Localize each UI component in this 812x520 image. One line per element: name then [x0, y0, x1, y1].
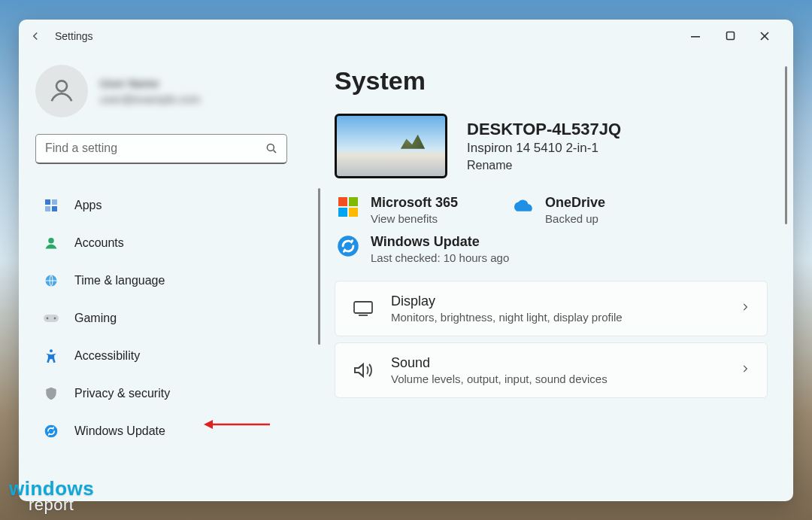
windows-update-status-icon: [336, 234, 360, 258]
display-icon: [352, 300, 374, 317]
chevron-right-icon: [740, 363, 750, 377]
svg-rect-0: [691, 36, 700, 38]
back-arrow-icon: [29, 29, 42, 43]
svg-rect-1: [726, 32, 734, 40]
main-content: System DESKTOP-4L537JQ Inspiron 14 5410 …: [312, 53, 793, 501]
sidebar-item-gaming[interactable]: Gaming: [35, 300, 300, 337]
sidebar-item-time-language[interactable]: Time & language: [35, 262, 300, 300]
maximize-icon: [726, 31, 735, 41]
svg-rect-4: [45, 199, 50, 205]
user-email: user@example.com: [100, 91, 201, 107]
minimize-icon: [690, 31, 701, 41]
svg-point-2: [56, 81, 67, 91]
sidebar-item-label: Accounts: [74, 236, 124, 250]
time-language-icon: [43, 272, 59, 289]
svg-rect-10: [44, 315, 59, 322]
card-sub: Volume levels, output, input, sound devi…: [391, 373, 723, 385]
user-info: User Name user@example.com: [100, 75, 201, 107]
svg-point-11: [47, 317, 49, 319]
svg-rect-19: [338, 208, 347, 217]
service-sub: Last checked: 10 hours ago: [371, 251, 509, 264]
sidebar-item-label: Apps: [74, 199, 102, 212]
card-title: Display: [391, 293, 723, 309]
service-title: Microsoft 365: [371, 195, 458, 211]
svg-rect-5: [52, 199, 57, 205]
windows-update-icon: [43, 423, 59, 439]
device-thumbnail: [335, 114, 447, 178]
svg-point-21: [338, 236, 359, 257]
back-button[interactable]: [25, 26, 46, 47]
service-onedrive[interactable]: OneDrive Backed up: [511, 195, 605, 225]
search-input[interactable]: [35, 134, 287, 164]
search-box: [35, 134, 287, 164]
card-sound[interactable]: Sound Volume levels, output, input, soun…: [335, 342, 768, 398]
accounts-icon: [43, 235, 59, 251]
rename-link[interactable]: Rename: [467, 159, 621, 172]
sidebar-nav: Apps Accounts Time & language: [35, 187, 300, 450]
apps-icon: [43, 197, 59, 214]
services: Microsoft 365 View benefits OneDrive Bac…: [336, 195, 768, 225]
minimize-button[interactable]: [686, 27, 704, 45]
gaming-icon: [43, 310, 59, 327]
avatar: [35, 65, 88, 117]
svg-rect-20: [349, 208, 358, 217]
svg-marker-16: [204, 420, 213, 429]
user-icon: [47, 76, 77, 106]
page-title: System: [335, 66, 768, 96]
sidebar-item-accessibility[interactable]: Accessibility: [35, 337, 300, 375]
search-icon: [265, 141, 278, 158]
watermark: windows report: [9, 480, 94, 512]
svg-point-8: [48, 237, 54, 243]
close-icon: [759, 31, 770, 41]
svg-rect-6: [45, 206, 50, 211]
svg-rect-18: [349, 197, 358, 206]
microsoft-365-icon: [336, 195, 360, 219]
chevron-right-icon: [740, 302, 750, 315]
window-title: Settings: [55, 30, 93, 42]
accessibility-icon: [43, 348, 59, 364]
card-sub: Monitors, brightness, night light, displ…: [391, 311, 723, 324]
onedrive-icon: [511, 195, 535, 219]
sidebar-item-label: Gaming: [74, 312, 117, 325]
close-button[interactable]: [756, 27, 774, 45]
sidebar-item-label: Time & language: [74, 274, 165, 287]
maximize-button[interactable]: [721, 27, 739, 45]
sidebar-item-apps[interactable]: Apps: [35, 187, 300, 224]
window-controls: [686, 27, 787, 45]
sidebar-item-privacy-security[interactable]: Privacy & security: [35, 375, 300, 412]
device-model: Inspiron 14 5410 2-in-1: [467, 141, 621, 156]
svg-point-3: [267, 144, 274, 151]
sound-icon: [352, 361, 374, 379]
service-title: OneDrive: [545, 195, 605, 211]
user-block[interactable]: User Name user@example.com: [35, 60, 300, 131]
shield-icon: [43, 385, 59, 402]
service-sub: View benefits: [371, 212, 458, 225]
watermark-line2: report: [29, 497, 94, 512]
sidebar: User Name user@example.com Apps: [19, 53, 312, 501]
service-windows-update[interactable]: Windows Update Last checked: 10 hours ag…: [336, 234, 768, 264]
svg-rect-7: [52, 206, 57, 211]
user-name: User Name: [100, 75, 201, 91]
service-m365[interactable]: Microsoft 365 View benefits: [336, 195, 458, 225]
sidebar-item-accounts[interactable]: Accounts: [35, 224, 300, 262]
service-sub: Backed up: [545, 212, 605, 225]
main-scrollbar[interactable]: [785, 66, 787, 224]
device-summary: DESKTOP-4L537JQ Inspiron 14 5410 2-in-1 …: [335, 114, 768, 178]
sidebar-item-label: Accessibility: [74, 349, 140, 363]
device-info: DESKTOP-4L537JQ Inspiron 14 5410 2-in-1 …: [467, 120, 621, 172]
card-title: Sound: [391, 355, 723, 371]
sidebar-item-label: Privacy & security: [74, 387, 170, 400]
annotation-arrow: [204, 417, 271, 432]
settings-window: Settings User Name user@example.com: [19, 20, 793, 501]
svg-rect-17: [338, 197, 347, 206]
svg-point-14: [45, 424, 58, 437]
device-name: DESKTOP-4L537JQ: [467, 120, 621, 139]
sidebar-item-label: Windows Update: [74, 424, 165, 438]
card-display[interactable]: Display Monitors, brightness, night ligh…: [335, 281, 768, 336]
svg-point-13: [50, 349, 53, 352]
svg-rect-22: [354, 302, 372, 313]
svg-point-12: [54, 317, 56, 319]
titlebar: Settings: [19, 20, 793, 53]
service-title: Windows Update: [371, 234, 509, 250]
body: User Name user@example.com Apps: [19, 53, 793, 501]
